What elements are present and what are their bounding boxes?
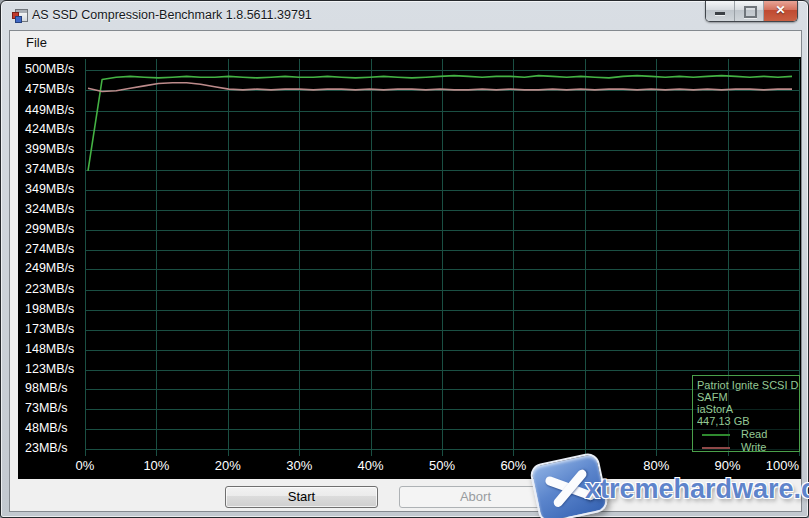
y-axis-tick: 23MB/s [25,441,67,455]
y-axis-tick: 374MB/s [25,162,74,176]
y-axis-tick: 48MB/s [25,421,67,435]
y-axis-tick: 98MB/s [25,381,67,395]
y-axis-tick: 123MB/s [25,362,74,376]
x-axis-tick: 50% [429,458,455,473]
y-axis-tick: 399MB/s [25,142,74,156]
x-axis-tick: 30% [286,458,312,473]
y-axis-tick: 274MB/s [25,242,74,256]
legend-entry-write: Write [697,441,799,452]
y-axis-tick: 449MB/s [25,103,74,117]
client-area: File Patriot Ignite SCSI D SAFM iaStorA … [9,30,802,512]
legend-entry-read: Read [697,428,799,440]
y-axis-tick: 223MB/s [25,282,74,296]
x-axis-tick: 0% [76,458,95,473]
legend-write-label: Write [741,441,766,452]
x-axis-tick: 40% [358,458,384,473]
y-axis-tick: 324MB/s [25,202,74,216]
titlebar: AS SSD Compression-Benchmark 1.8.5611.39… [1,1,808,31]
app-icon [12,9,27,22]
legend-device: Patriot Ignite SCSI D [697,379,799,391]
legend-driver: iaStorA [697,403,799,415]
y-axis-tick: 148MB/s [25,342,74,356]
x-axis-tick: 90% [715,458,741,473]
y-axis-tick: 73MB/s [25,401,67,415]
x-axis-tick: 70% [572,458,598,473]
x-axis-tick: 100% [766,458,799,473]
menu-file[interactable]: File [19,31,54,54]
write-line-swatch [702,447,730,449]
x-axis-tick: 10% [143,458,169,473]
y-axis-tick: 349MB/s [25,182,74,196]
start-button[interactable]: Start [225,486,378,508]
window-title: AS SSD Compression-Benchmark 1.8.5611.39… [32,8,312,22]
legend-capacity: 447,13 GB [697,415,799,427]
y-axis-tick: 500MB/s [25,62,74,76]
maximize-button[interactable] [735,1,764,21]
legend-read-label: Read [741,428,767,440]
y-axis-tick: 173MB/s [25,322,74,336]
x-axis-tick: 60% [500,458,526,473]
y-axis-tick: 198MB/s [25,302,74,316]
maximize-icon [744,6,757,18]
close-icon: ✕ [764,3,797,17]
x-axis-tick: 80% [643,458,669,473]
minimize-button[interactable] [706,1,735,21]
menubar: File [10,31,801,56]
app-window: AS SSD Compression-Benchmark 1.8.5611.39… [0,0,809,518]
close-button[interactable]: ✕ [764,1,797,21]
read-line-swatch [702,434,730,436]
x-axis-tick: 20% [215,458,241,473]
y-axis-tick: 299MB/s [25,222,74,236]
y-axis-tick: 249MB/s [25,261,74,275]
y-axis-tick: 424MB/s [25,122,74,136]
compression-chart: Patriot Ignite SCSI D SAFM iaStorA 447,1… [18,57,801,479]
window-controls: ✕ [705,1,798,22]
legend: Patriot Ignite SCSI D SAFM iaStorA 447,1… [692,375,800,452]
y-axis-tick: 475MB/s [25,82,74,96]
minimize-icon [715,12,725,15]
abort-button[interactable]: Abort [399,486,552,508]
legend-firmware: SAFM [697,391,799,403]
